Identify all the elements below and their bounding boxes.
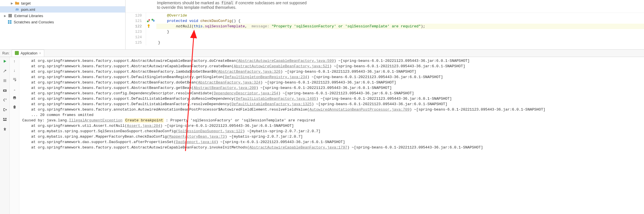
tree-item-external-libraries[interactable]: ▶ External Libraries — [0, 13, 125, 19]
stacktrace-link[interactable]: DependencyDescriptor.java:254 — [214, 91, 278, 95]
console-line: at org.springframework.beans.factory.sup… — [22, 145, 644, 150]
tree-item-label: Scratches and Consoles — [14, 20, 54, 24]
javadoc-code: final — [221, 1, 234, 5]
stacktrace-link[interactable]: DefaultListableBeanFactory.java:1405 — [236, 97, 316, 101]
stacktrace-link[interactable]: MapperFactoryBean.java:73 — [169, 134, 225, 139]
scratches-icon — [7, 20, 12, 24]
svg-rect-6 — [10, 22, 11, 24]
console-line: at org.springframework.util.Assert.notNu… — [22, 123, 644, 129]
stacktrace-link[interactable]: AbstractBeanFactory.java:200 — [194, 86, 256, 90]
tree-item-scratches[interactable]: Scratches and Consoles — [0, 19, 125, 25]
trash-icon[interactable] — [12, 104, 17, 109]
project-tree[interactable]: ▶ target m pom.xml ▶ External Libraries — [0, 0, 126, 49]
console-line: at org.springframework.beans.factory.sup… — [22, 58, 644, 64]
create-breakpoint-button[interactable]: Create breakpoint — [125, 118, 164, 123]
editor-panel[interactable]: Implementors should be marked as final i… — [126, 0, 644, 49]
console-line: at org.springframework.beans.factory.sup… — [22, 64, 644, 69]
inlay-hint: message: — [252, 24, 269, 28]
stacktrace-link[interactable]: SqlSessionDaoSupport.java:122 — [178, 129, 243, 133]
svg-rect-11 — [15, 51, 19, 55]
console-line: at org.springframework.beans.factory.sup… — [22, 96, 644, 101]
stacktrace-link[interactable]: AbstractAutowireCapableBeanFactory.java:… — [234, 64, 329, 68]
code-area[interactable]: 120 121 122 123 124 125 — [126, 13, 644, 45]
run-tab-label: Application — [21, 51, 37, 55]
console-output[interactable]: at org.springframework.beans.factory.sup… — [19, 57, 644, 214]
console-line: at org.springframework.beans.factory.con… — [22, 91, 644, 96]
stacktrace-link[interactable]: AbstractAutowireCapableBeanFactory.java:… — [249, 145, 347, 150]
close-icon[interactable]: × — [39, 51, 41, 55]
console-line: Caused by: java.lang.IllegalArgumentExce… — [22, 118, 644, 123]
tree-item-label: target — [21, 1, 31, 5]
override-up-icon[interactable] — [147, 19, 151, 24]
tree-item-target[interactable]: ▶ target — [0, 0, 125, 6]
line-number-gutter[interactable]: 120 121 122 123 124 125 — [126, 13, 146, 45]
svg-rect-12 — [3, 79, 6, 82]
svg-rect-2 — [11, 14, 12, 17]
code-lines[interactable]: @Override protected void checkDaoConfig(… — [156, 13, 644, 45]
stacktrace-link[interactable]: AbstractBeanFactory.java:324 — [198, 80, 260, 85]
tree-item-label: External Libraries — [14, 14, 43, 18]
svg-rect-16 — [5, 118, 7, 119]
console-line: at org.springframework.dao.support.DaoSu… — [22, 139, 644, 145]
restart-icon[interactable] — [2, 97, 7, 103]
run-label: Run: — [0, 51, 12, 55]
run-tool-window[interactable]: Run: Application × — [0, 50, 644, 214]
pin-icon[interactable] — [2, 127, 7, 132]
exit-icon[interactable] — [2, 107, 7, 112]
print-icon[interactable] — [12, 95, 17, 100]
layout-icon[interactable] — [2, 117, 7, 122]
svg-rect-1 — [10, 14, 11, 17]
tree-item-label: pom.xml — [21, 7, 35, 12]
svg-rect-4 — [10, 20, 11, 22]
console-line: at org.mybatis.spring.support.SqlSession… — [22, 129, 644, 134]
stacktrace-link[interactable]: DefaultSingletonBeanRegistry.java:234 — [225, 75, 307, 79]
run-tab-application[interactable]: Application × — [12, 50, 44, 57]
scroll-end-icon[interactable] — [12, 86, 17, 91]
svg-rect-20 — [14, 98, 15, 99]
wrench-icon[interactable] — [2, 68, 7, 74]
gutter-icons[interactable] — [146, 13, 156, 45]
soft-wrap-icon[interactable] — [12, 77, 17, 82]
stacktrace-link[interactable]: DaoSupport.java:44 — [176, 140, 216, 144]
maven-file-icon: m — [15, 7, 19, 12]
svg-rect-15 — [3, 118, 5, 119]
override-down-icon[interactable] — [151, 19, 155, 24]
stacktrace-link[interactable]: Assert.java:204 — [127, 124, 160, 128]
console-line: at org.mybatis.spring.mapper.MapperFacto… — [22, 134, 644, 139]
svg-rect-3 — [8, 20, 9, 22]
expander-icon[interactable]: ▶ — [3, 14, 7, 17]
spring-config-icon — [15, 51, 19, 56]
camera-icon[interactable] — [2, 88, 7, 93]
run-toolbar-secondary[interactable]: ↑ ↓ — [10, 57, 19, 214]
library-icon — [8, 13, 13, 18]
svg-point-7 — [147, 21, 149, 22]
console-line: at org.springframework.beans.factory.sup… — [22, 101, 644, 107]
javadoc-rendered: Implementors should be marked as final i… — [126, 0, 644, 13]
svg-point-14 — [4, 90, 5, 91]
svg-rect-5 — [8, 22, 9, 24]
stacktrace-link[interactable]: AbstractBeanFactory.java:326 — [218, 70, 280, 74]
svg-rect-17 — [3, 120, 7, 121]
svg-point-8 — [152, 19, 153, 21]
console-line: at org.springframework.beans.factory.sup… — [22, 69, 644, 74]
tree-item-pom[interactable]: m pom.xml — [0, 6, 125, 13]
stacktrace-link[interactable]: AbstractAutowireCapableBeanFactory.java:… — [238, 59, 334, 63]
expander-icon[interactable]: ▶ — [10, 1, 14, 5]
console-line: at org.springframework.beans.factory.sup… — [22, 85, 644, 91]
svg-rect-0 — [9, 14, 9, 17]
stacktrace-link[interactable]: AutowiredAnnotationBeanPostProcessor.jav… — [309, 107, 409, 112]
svg-rect-9 — [148, 27, 149, 28]
rerun-icon[interactable] — [2, 59, 7, 64]
console-line: at org.springframework.beans.factory.sup… — [22, 74, 644, 80]
stacktrace-link[interactable]: IllegalArgumentException — [69, 118, 122, 123]
stack-up-icon[interactable]: ↑ — [12, 59, 17, 64]
console-line: at org.springframework.beans.factory.ann… — [22, 107, 644, 112]
run-toolbar-primary[interactable] — [0, 57, 10, 214]
stop-icon[interactable] — [2, 78, 7, 83]
intention-bulb-icon[interactable] — [147, 24, 151, 29]
stack-down-icon[interactable]: ↓ — [12, 68, 17, 73]
svg-rect-18 — [13, 96, 16, 97]
stacktrace-link[interactable]: DefaultListableBeanFactory.java:1325 — [231, 102, 312, 106]
console-line: ... 20 common frames omitted — [22, 112, 644, 118]
console-line: at org.springframework.beans.factory.sup… — [22, 80, 644, 85]
